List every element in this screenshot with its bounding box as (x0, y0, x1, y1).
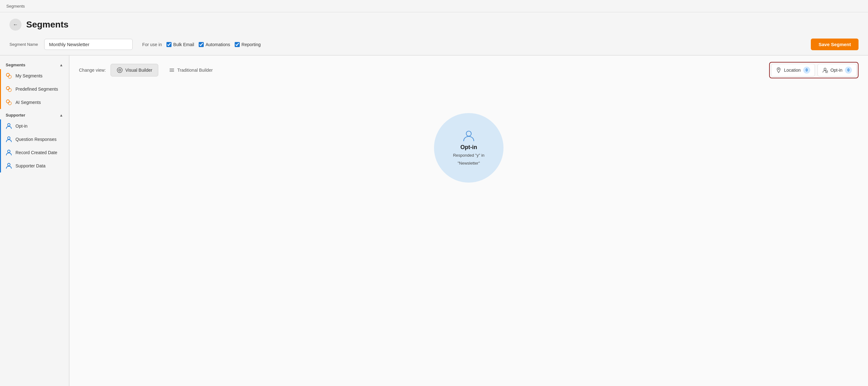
my-segments-label: My Segments (16, 73, 43, 78)
traditional-builder-icon (169, 67, 175, 73)
supporter-chevron-icon: ▲ (59, 113, 63, 118)
sidebar-section-segments: Segments ▲ (0, 59, 69, 69)
svg-point-9 (7, 163, 10, 166)
location-badge-button[interactable]: Location 0 (771, 64, 815, 76)
svg-point-4 (6, 100, 9, 103)
record-created-date-icon (5, 149, 12, 156)
svg-point-3 (8, 89, 11, 92)
opt-in-badge-label: Opt-in (830, 68, 842, 73)
traditional-builder-label: Traditional Builder (177, 68, 213, 73)
question-responses-label: Question Responses (16, 137, 57, 142)
question-responses-icon (5, 136, 12, 143)
right-badges-group: Location 0 Opt-in 0 (769, 62, 859, 78)
for-use-in-label: For use in (142, 42, 162, 47)
supporter-data-label: Supporter Data (16, 163, 45, 168)
segments-section-label: Segments (6, 63, 25, 67)
reporting-check[interactable] (235, 42, 240, 47)
segment-name-label: Segment Name (9, 42, 38, 47)
svg-point-5 (8, 102, 11, 105)
location-label: Location (784, 68, 801, 73)
main-content: Segments ▲ My Segments Predefined Segmen… (0, 56, 868, 386)
supporter-section-label: Supporter (6, 113, 25, 118)
predefined-segments-label: Predefined Segments (16, 87, 58, 92)
my-segments-icon (5, 72, 12, 79)
optin-circle-title: Opt-in (461, 144, 477, 151)
page-title: Segments (26, 20, 68, 30)
sidebar-item-my-segments[interactable]: My Segments (0, 69, 69, 83)
segments-chevron-icon: ▲ (59, 63, 63, 67)
svg-point-2 (6, 87, 9, 90)
automations-checkbox[interactable]: Automations (199, 42, 230, 47)
sidebar-item-predefined-segments[interactable]: Predefined Segments (0, 83, 69, 96)
sidebar-item-record-created-date[interactable]: Record Created Date (0, 146, 69, 159)
content-area: Change view: Visual Builder T (69, 56, 868, 386)
svg-point-6 (7, 124, 10, 126)
supporter-data-icon (5, 162, 12, 169)
ai-segments-icon (5, 99, 12, 106)
optin-circle-desc2: "Newsletter" (458, 160, 480, 166)
sidebar-item-ai-segments[interactable]: AI Segments (0, 96, 69, 109)
visual-builder-label: Visual Builder (125, 68, 152, 73)
visual-builder-icon (117, 67, 123, 73)
optin-circle-icon (462, 130, 475, 142)
svg-point-7 (7, 137, 10, 139)
svg-point-8 (7, 150, 10, 153)
ai-segments-label: AI Segments (16, 100, 41, 105)
optin-circle: Opt-in Responded "y" in "Newsletter" (434, 113, 503, 183)
opt-in-label: Opt-in (16, 124, 28, 129)
reporting-label: Reporting (242, 42, 261, 47)
visual-builder-button[interactable]: Visual Builder (111, 64, 158, 76)
traditional-builder-button[interactable]: Traditional Builder (163, 64, 219, 76)
svg-point-19 (466, 131, 471, 136)
title-bar-text: Segments (6, 4, 25, 8)
back-button[interactable]: ← (9, 19, 22, 31)
view-controls: Change view: Visual Builder T (79, 62, 859, 78)
sidebar: Segments ▲ My Segments Predefined Segmen… (0, 56, 69, 386)
change-view-label: Change view: (79, 68, 106, 73)
header-section: ← Segments (0, 12, 868, 35)
location-count: 0 (803, 67, 810, 74)
sidebar-item-question-responses[interactable]: Question Responses (0, 133, 69, 146)
sidebar-item-opt-in[interactable]: Opt-in (0, 119, 69, 133)
title-bar: Segments (0, 0, 868, 12)
sidebar-section-supporter: Supporter ▲ (0, 109, 69, 119)
bulk-email-label: Bulk Email (174, 42, 194, 47)
location-icon (776, 67, 781, 73)
svg-point-17 (824, 68, 826, 70)
visual-canvas: Opt-in Responded "y" in "Newsletter" (79, 85, 859, 211)
bulk-email-checkbox[interactable]: Bulk Email (166, 42, 194, 47)
opt-in-count: 0 (845, 67, 852, 74)
optin-circle-desc1: Responded "y" in (453, 153, 485, 158)
automations-label: Automations (206, 42, 230, 47)
opt-in-person-icon (5, 123, 12, 130)
toolbar-section: Segment Name For use in Bulk Email Autom… (0, 35, 868, 56)
automations-check[interactable] (199, 42, 204, 47)
page-wrapper: ← Segments Segment Name For use in Bulk … (0, 12, 868, 386)
predefined-segments-icon (5, 86, 12, 93)
svg-point-0 (6, 73, 9, 76)
sidebar-item-supporter-data[interactable]: Supporter Data (0, 159, 69, 172)
svg-point-12 (119, 70, 120, 70)
reporting-checkbox[interactable]: Reporting (235, 42, 261, 47)
opt-in-badge-button[interactable]: Opt-in 0 (817, 64, 857, 76)
svg-point-16 (778, 69, 779, 70)
for-use-in-group: For use in Bulk Email Automations Report… (142, 42, 260, 47)
save-segment-button[interactable]: Save Segment (811, 38, 859, 50)
segment-name-input[interactable] (44, 39, 133, 50)
opt-in-badge-icon (822, 67, 828, 73)
record-created-date-label: Record Created Date (16, 150, 57, 155)
bulk-email-check[interactable] (166, 42, 172, 47)
svg-point-1 (8, 75, 11, 78)
